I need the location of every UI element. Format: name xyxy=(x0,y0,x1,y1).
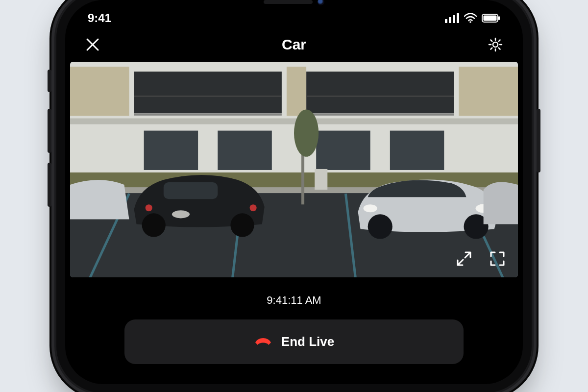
svg-point-33 xyxy=(230,213,254,237)
gear-icon xyxy=(488,37,503,52)
earpiece xyxy=(264,0,313,4)
svg-point-0 xyxy=(469,21,471,23)
svg-rect-18 xyxy=(218,131,271,170)
screen: 9:41 xyxy=(65,0,523,384)
svg-point-32 xyxy=(142,213,166,237)
volume-down-button xyxy=(48,163,51,207)
svg-point-34 xyxy=(172,210,190,218)
settings-button[interactable] xyxy=(486,35,505,54)
svg-point-4 xyxy=(493,42,498,47)
svg-rect-8 xyxy=(134,72,282,113)
expand-icon xyxy=(456,250,472,267)
end-live-button[interactable]: End Live xyxy=(124,319,463,364)
wifi-icon xyxy=(464,13,477,23)
page-title: Car xyxy=(282,36,306,53)
svg-rect-30 xyxy=(315,169,327,190)
svg-rect-11 xyxy=(287,67,306,116)
svg-point-35 xyxy=(146,204,152,211)
phone-frame: 9:41 xyxy=(56,0,532,392)
status-time: 9:41 xyxy=(88,11,111,25)
notch xyxy=(186,0,402,13)
live-camera-feed[interactable] xyxy=(70,62,518,277)
fullscreen-button[interactable] xyxy=(488,249,507,269)
close-button[interactable] xyxy=(83,35,102,54)
hangup-icon xyxy=(254,334,272,349)
status-indicators xyxy=(445,13,500,23)
battery-icon xyxy=(482,14,500,23)
svg-point-29 xyxy=(294,109,318,156)
svg-rect-12 xyxy=(459,67,518,116)
svg-rect-17 xyxy=(144,131,198,170)
feed-timestamp: 9:41:11 AM xyxy=(65,277,523,319)
svg-rect-9 xyxy=(306,72,454,113)
fullscreen-icon xyxy=(489,250,506,267)
svg-rect-31 xyxy=(164,182,218,199)
mute-switch xyxy=(48,70,51,92)
svg-rect-20 xyxy=(390,131,444,170)
svg-rect-19 xyxy=(316,131,370,170)
svg-rect-10 xyxy=(70,67,129,116)
close-icon xyxy=(85,37,100,52)
svg-rect-2 xyxy=(484,16,497,21)
svg-rect-3 xyxy=(498,16,500,20)
power-button xyxy=(537,109,540,172)
svg-point-37 xyxy=(368,214,392,239)
expand-button[interactable] xyxy=(454,249,474,269)
front-camera-icon xyxy=(318,0,324,5)
svg-point-36 xyxy=(250,204,257,211)
nav-bar: Car xyxy=(65,27,523,62)
volume-up-button xyxy=(48,109,51,153)
end-live-label: End Live xyxy=(281,334,334,349)
cell-signal-icon xyxy=(445,13,459,23)
camera-scene xyxy=(70,62,518,277)
svg-point-40 xyxy=(364,204,377,212)
feed-controls xyxy=(454,249,507,269)
svg-rect-7 xyxy=(70,119,518,124)
